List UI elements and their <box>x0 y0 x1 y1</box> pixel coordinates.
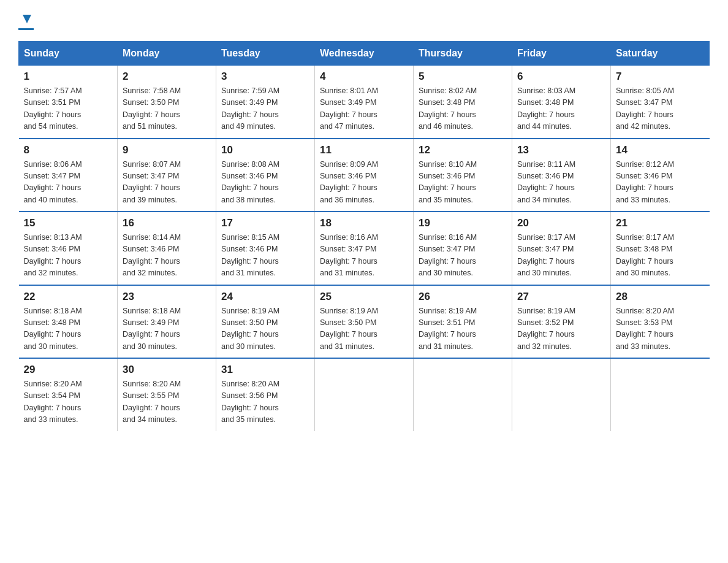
calendar-cell: 30 Sunrise: 8:20 AMSunset: 3:55 PMDaylig… <box>118 358 216 431</box>
calendar-cell: 24 Sunrise: 8:19 AMSunset: 3:50 PMDaylig… <box>216 285 315 359</box>
day-info: Sunrise: 8:18 AMSunset: 3:48 PMDaylight:… <box>24 307 82 351</box>
calendar-cell: 12 Sunrise: 8:10 AMSunset: 3:46 PMDaylig… <box>414 139 512 212</box>
day-info: Sunrise: 8:17 AMSunset: 3:48 PMDaylight:… <box>616 233 674 277</box>
calendar-cell: 21 Sunrise: 8:17 AMSunset: 3:48 PMDaylig… <box>611 212 710 285</box>
calendar-cell: 4 Sunrise: 8:01 AMSunset: 3:49 PMDayligh… <box>315 66 414 139</box>
day-number: 16 <box>123 217 211 229</box>
day-number: 31 <box>221 364 309 376</box>
logo-arrow-icon <box>20 12 34 28</box>
day-number: 21 <box>616 217 705 229</box>
calendar-cell: 3 Sunrise: 7:59 AMSunset: 3:49 PMDayligh… <box>216 66 315 139</box>
day-number: 10 <box>221 144 309 156</box>
calendar-cell: 15 Sunrise: 8:13 AMSunset: 3:46 PMDaylig… <box>19 212 118 285</box>
day-info: Sunrise: 8:15 AMSunset: 3:46 PMDaylight:… <box>221 233 279 277</box>
calendar-cell: 23 Sunrise: 8:18 AMSunset: 3:49 PMDaylig… <box>118 285 216 359</box>
day-number: 1 <box>24 71 113 83</box>
calendar-cell: 17 Sunrise: 8:15 AMSunset: 3:46 PMDaylig… <box>216 212 315 285</box>
day-number: 18 <box>320 217 408 229</box>
day-info: Sunrise: 8:11 AMSunset: 3:46 PMDaylight:… <box>517 160 575 204</box>
day-info: Sunrise: 8:08 AMSunset: 3:46 PMDaylight:… <box>221 160 279 204</box>
calendar-cell: 16 Sunrise: 8:14 AMSunset: 3:46 PMDaylig… <box>118 212 216 285</box>
day-number: 13 <box>517 144 605 156</box>
day-number: 6 <box>517 71 605 83</box>
calendar-cell <box>315 358 414 431</box>
day-info: Sunrise: 8:17 AMSunset: 3:47 PMDaylight:… <box>517 233 575 277</box>
day-info: Sunrise: 8:06 AMSunset: 3:47 PMDaylight:… <box>24 160 82 204</box>
day-info: Sunrise: 8:20 AMSunset: 3:55 PMDaylight:… <box>123 380 181 424</box>
day-info: Sunrise: 8:02 AMSunset: 3:48 PMDaylight:… <box>419 86 477 131</box>
svg-marker-0 <box>23 15 31 23</box>
calendar-cell: 13 Sunrise: 8:11 AMSunset: 3:46 PMDaylig… <box>512 139 611 212</box>
calendar-cell: 19 Sunrise: 8:16 AMSunset: 3:47 PMDaylig… <box>414 212 512 285</box>
day-info: Sunrise: 8:09 AMSunset: 3:46 PMDaylight:… <box>320 160 378 204</box>
day-number: 20 <box>517 217 605 229</box>
weekday-header-sunday: Sunday <box>19 42 118 66</box>
day-number: 23 <box>123 291 211 303</box>
calendar-cell: 20 Sunrise: 8:17 AMSunset: 3:47 PMDaylig… <box>512 212 611 285</box>
day-info: Sunrise: 7:57 AMSunset: 3:51 PMDaylight:… <box>24 86 82 131</box>
calendar-cell: 7 Sunrise: 8:05 AMSunset: 3:47 PMDayligh… <box>611 66 710 139</box>
day-number: 3 <box>221 71 309 83</box>
calendar-cell: 9 Sunrise: 8:07 AMSunset: 3:47 PMDayligh… <box>118 139 216 212</box>
calendar-cell <box>611 358 710 431</box>
day-number: 4 <box>320 71 408 83</box>
weekday-header-friday: Friday <box>512 42 611 66</box>
calendar-cell: 29 Sunrise: 8:20 AMSunset: 3:54 PMDaylig… <box>19 358 118 431</box>
day-number: 8 <box>24 144 113 156</box>
week-row-3: 15 Sunrise: 8:13 AMSunset: 3:46 PMDaylig… <box>19 212 710 285</box>
day-number: 15 <box>24 217 113 229</box>
calendar-cell: 11 Sunrise: 8:09 AMSunset: 3:46 PMDaylig… <box>315 139 414 212</box>
day-number: 7 <box>616 71 705 83</box>
week-row-2: 8 Sunrise: 8:06 AMSunset: 3:47 PMDayligh… <box>19 139 710 212</box>
day-info: Sunrise: 8:10 AMSunset: 3:46 PMDaylight:… <box>419 160 477 204</box>
day-info: Sunrise: 8:20 AMSunset: 3:53 PMDaylight:… <box>616 307 674 351</box>
calendar-cell: 2 Sunrise: 7:58 AMSunset: 3:50 PMDayligh… <box>118 66 216 139</box>
weekday-header-tuesday: Tuesday <box>216 42 315 66</box>
day-info: Sunrise: 8:18 AMSunset: 3:49 PMDaylight:… <box>123 307 181 351</box>
weekday-header-monday: Monday <box>118 42 216 66</box>
logo-underline <box>18 28 34 30</box>
day-number: 30 <box>123 364 211 376</box>
week-row-5: 29 Sunrise: 8:20 AMSunset: 3:54 PMDaylig… <box>19 358 710 431</box>
week-row-4: 22 Sunrise: 8:18 AMSunset: 3:48 PMDaylig… <box>19 285 710 359</box>
day-info: Sunrise: 7:59 AMSunset: 3:49 PMDaylight:… <box>221 86 279 131</box>
day-number: 22 <box>24 291 113 303</box>
day-info: Sunrise: 8:20 AMSunset: 3:56 PMDaylight:… <box>221 380 279 424</box>
calendar-table: SundayMondayTuesdayWednesdayThursdayFrid… <box>18 41 710 431</box>
day-info: Sunrise: 8:16 AMSunset: 3:47 PMDaylight:… <box>320 233 378 277</box>
day-number: 19 <box>419 217 507 229</box>
day-info: Sunrise: 8:05 AMSunset: 3:47 PMDaylight:… <box>616 86 674 131</box>
day-number: 2 <box>123 71 211 83</box>
calendar-cell <box>414 358 512 431</box>
day-info: Sunrise: 8:14 AMSunset: 3:46 PMDaylight:… <box>123 233 181 277</box>
calendar-cell: 5 Sunrise: 8:02 AMSunset: 3:48 PMDayligh… <box>414 66 512 139</box>
day-number: 25 <box>320 291 408 303</box>
day-info: Sunrise: 8:13 AMSunset: 3:46 PMDaylight:… <box>24 233 82 277</box>
week-row-1: 1 Sunrise: 7:57 AMSunset: 3:51 PMDayligh… <box>19 66 710 139</box>
day-number: 27 <box>517 291 605 303</box>
calendar-cell <box>512 358 611 431</box>
day-number: 5 <box>419 71 507 83</box>
day-info: Sunrise: 8:03 AMSunset: 3:48 PMDaylight:… <box>517 86 575 131</box>
day-number: 28 <box>616 291 705 303</box>
weekday-header-thursday: Thursday <box>414 42 512 66</box>
day-info: Sunrise: 8:19 AMSunset: 3:50 PMDaylight:… <box>221 307 279 351</box>
weekday-header-row: SundayMondayTuesdayWednesdayThursdayFrid… <box>19 42 710 66</box>
logo <box>18 12 34 30</box>
calendar-cell: 18 Sunrise: 8:16 AMSunset: 3:47 PMDaylig… <box>315 212 414 285</box>
page-header <box>18 12 710 30</box>
calendar-cell: 25 Sunrise: 8:19 AMSunset: 3:50 PMDaylig… <box>315 285 414 359</box>
day-info: Sunrise: 8:19 AMSunset: 3:51 PMDaylight:… <box>419 307 477 351</box>
day-info: Sunrise: 7:58 AMSunset: 3:50 PMDaylight:… <box>123 86 181 131</box>
day-number: 12 <box>419 144 507 156</box>
calendar-cell: 26 Sunrise: 8:19 AMSunset: 3:51 PMDaylig… <box>414 285 512 359</box>
day-number: 9 <box>123 144 211 156</box>
day-info: Sunrise: 8:19 AMSunset: 3:52 PMDaylight:… <box>517 307 575 351</box>
day-info: Sunrise: 8:12 AMSunset: 3:46 PMDaylight:… <box>616 160 674 204</box>
calendar-cell: 14 Sunrise: 8:12 AMSunset: 3:46 PMDaylig… <box>611 139 710 212</box>
calendar-cell: 22 Sunrise: 8:18 AMSunset: 3:48 PMDaylig… <box>19 285 118 359</box>
day-info: Sunrise: 8:20 AMSunset: 3:54 PMDaylight:… <box>24 380 82 424</box>
calendar-cell: 27 Sunrise: 8:19 AMSunset: 3:52 PMDaylig… <box>512 285 611 359</box>
calendar-cell: 6 Sunrise: 8:03 AMSunset: 3:48 PMDayligh… <box>512 66 611 139</box>
day-number: 14 <box>616 144 705 156</box>
